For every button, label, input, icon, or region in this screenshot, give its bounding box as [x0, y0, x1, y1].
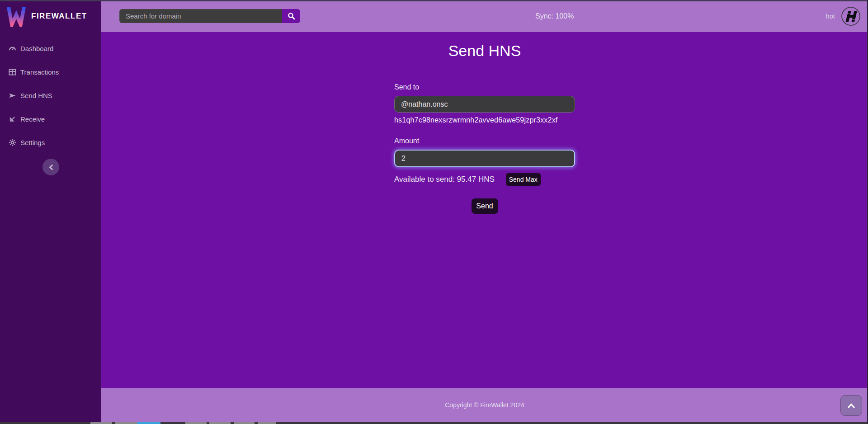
taskbar-segment[interactable] [234, 422, 255, 424]
search-button[interactable] [282, 9, 300, 23]
taskbar-segment-active[interactable] [137, 422, 160, 424]
sidebar-item-label: Receive [20, 115, 45, 123]
table-icon [9, 68, 16, 76]
search-input[interactable] [119, 9, 282, 23]
chevron-up-icon [848, 403, 855, 408]
taskbar-segment[interactable] [90, 422, 112, 424]
window-top-edge [0, 0, 868, 1]
gauge-icon [9, 45, 16, 52]
resolved-address: hs1qh7c98nexsrzwrmnh2avved6awe59jzpr3xx2… [394, 116, 575, 124]
sidebar-item-label: Send HNS [20, 92, 52, 99]
domain-search [119, 9, 300, 23]
sidebar-collapse-button[interactable] [42, 159, 59, 175]
sidebar-item-label: Dashboard [20, 45, 53, 52]
arrow-down-left-icon [9, 115, 16, 123]
brand: FIREWALLET [0, 0, 101, 32]
available-balance-text: Available to send: 95.47 HNS [394, 175, 495, 184]
taskbar-segment[interactable] [209, 422, 231, 424]
taskbar-segment[interactable] [258, 422, 276, 424]
wallet-area: hot [826, 0, 861, 32]
sync-status: Sync: 100% [535, 0, 574, 32]
sidebar-item-send-hns[interactable]: Send HNS [0, 84, 101, 107]
sidebar-item-label: Settings [20, 139, 45, 146]
wallet-name-label: hot [826, 12, 835, 20]
scroll-to-top-button[interactable] [840, 395, 862, 416]
chevron-left-icon [48, 164, 54, 170]
copyright-text: Copyright © FireWallet 2024 [445, 401, 524, 409]
firewallet-window: FIREWALLET Dashboard Transactions [0, 0, 868, 424]
sidebar: FIREWALLET Dashboard Transactions [0, 0, 101, 422]
taskbar-segment[interactable] [185, 422, 207, 424]
firewallet-logo-icon [6, 5, 26, 27]
taskbar-segment[interactable] [115, 422, 137, 424]
send-max-button[interactable]: Send Max [506, 173, 541, 186]
page-title: Send HNS [101, 42, 868, 60]
sidebar-item-dashboard[interactable]: Dashboard [0, 37, 101, 60]
sidebar-nav: Dashboard Transactions Send HNS [0, 37, 101, 154]
amount-label: Amount [394, 137, 575, 145]
paper-plane-icon [9, 92, 16, 99]
sidebar-item-transactions[interactable]: Transactions [0, 60, 101, 84]
sidebar-item-label: Transactions [20, 68, 59, 76]
gear-icon [9, 139, 16, 146]
sidebar-item-receive[interactable]: Receive [0, 107, 101, 131]
app-title: FIREWALLET [31, 12, 87, 21]
main-content: Send HNS Send to hs1qh7c98nexsrzwrmnh2av… [101, 32, 868, 388]
available-row: Available to send: 95.47 HNS Send Max [394, 173, 575, 186]
send-form: Send to hs1qh7c98nexsrzwrmnh2avved6awe59… [394, 83, 575, 214]
wallet-menu-button[interactable] [841, 6, 861, 26]
send-row: Send [394, 198, 575, 214]
footer: Copyright © FireWallet 2024 [101, 388, 868, 422]
send-to-label: Send to [394, 83, 575, 91]
send-button[interactable]: Send [472, 198, 498, 214]
sidebar-item-settings[interactable]: Settings [0, 131, 101, 154]
topbar: Sync: 100% hot [101, 0, 868, 32]
magnifier-icon [288, 12, 295, 20]
taskbar-strip [0, 422, 868, 424]
amount-input[interactable] [394, 150, 575, 167]
handshake-logo-icon [841, 6, 861, 26]
send-to-input[interactable] [394, 96, 575, 113]
